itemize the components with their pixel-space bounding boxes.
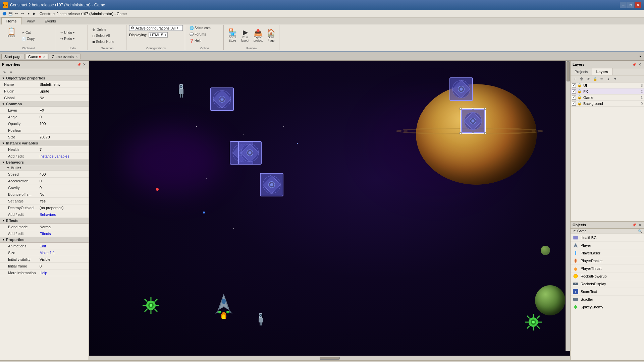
obj-player[interactable]: Player: [571, 242, 644, 249]
help-button[interactable]: ❓ Help: [188, 38, 221, 44]
qa-redo-small[interactable]: ↪: [19, 11, 25, 16]
layers-close-icon[interactable]: ✕: [637, 62, 642, 67]
canvas-container[interactable]: [89, 61, 570, 356]
obj-playerlaser[interactable]: PlayerLaser: [571, 249, 644, 257]
section-behaviors[interactable]: ▼ Behaviors: [0, 160, 89, 165]
cut-icon: ✂: [22, 31, 24, 35]
tab-projects[interactable]: Projects: [571, 68, 592, 75]
layer-bg-check[interactable]: ✓: [572, 102, 576, 106]
speed-value: 400: [38, 172, 87, 176]
eff-add-edit-link[interactable]: Effects: [38, 232, 87, 236]
tab-game-events[interactable]: Game events ×: [49, 54, 80, 59]
cut-button[interactable]: ✂ Cut: [20, 30, 54, 36]
active-config-dropdown[interactable]: ⚙ Active configurations: All ▾: [129, 25, 183, 31]
canvas-scrollbar-vertical[interactable]: [566, 61, 570, 351]
obj-spikeyenemy[interactable]: SpikeyEnemy: [571, 303, 644, 311]
init-frame-value: 0: [38, 264, 87, 268]
section-bullet[interactable]: ▼ Bullet: [0, 165, 89, 171]
select-none-button[interactable]: ◼ Select None: [91, 39, 124, 45]
section-object-type[interactable]: ▼ Object type properties: [0, 75, 89, 81]
tab-game-close[interactable]: ×: [43, 55, 45, 59]
blend-label: Blend mode: [1, 225, 38, 229]
obj-playerrocket[interactable]: PlayerRocket: [571, 257, 644, 265]
layer-up-button[interactable]: ▲: [605, 76, 611, 81]
game-canvas[interactable]: [89, 61, 570, 356]
obj-scoretext[interactable]: T ScoreText: [571, 288, 644, 296]
obj-rocketpowerup[interactable]: RocketPowerup: [571, 273, 644, 280]
section-properties[interactable]: ▼ Properties: [0, 237, 89, 243]
lock-button[interactable]: 🔒: [592, 76, 598, 81]
add-layer-button[interactable]: +: [572, 76, 578, 81]
qa-dropdown[interactable]: ▾: [25, 11, 32, 16]
scrollbar-thumb-v[interactable]: [567, 61, 570, 81]
store-button[interactable]: 🏪 ScirraStore: [226, 28, 238, 43]
props-sort-button[interactable]: ⇅: [1, 69, 7, 74]
delete-button[interactable]: 🗑 Delete: [91, 27, 124, 33]
tab-layers[interactable]: Layers: [592, 68, 612, 75]
section-common[interactable]: ▼ Common: [0, 101, 89, 107]
obj-playerthrust[interactable]: PlayerThrust: [571, 265, 644, 273]
beh-add-edit-link[interactable]: Behaviors: [38, 213, 87, 217]
ribbon-tab-home[interactable]: Home: [1, 17, 22, 24]
more-info-link[interactable]: Help: [38, 271, 87, 275]
layer-game[interactable]: ✓ 🔓 Game 1: [571, 95, 644, 101]
tabs-arrow[interactable]: ▾: [638, 54, 643, 59]
section-effects[interactable]: ▼ Effects: [0, 218, 89, 224]
obj-healthbg[interactable]: HealthBG: [571, 234, 644, 242]
html5-dropdown[interactable]: HTML 5 ▾: [149, 32, 168, 38]
run-layout-button[interactable]: ▶ Runlayout: [239, 28, 251, 43]
layer-fx[interactable]: ✓ 🔓 FX 2: [571, 88, 644, 95]
layer-down-button[interactable]: ▼: [612, 76, 618, 81]
export-project-button[interactable]: 📤 Exportproject: [252, 28, 264, 43]
select-none-icon: ◼: [92, 40, 95, 44]
layer-fx-check[interactable]: ✓: [572, 89, 576, 94]
start-page-button[interactable]: 🏠 StartPage: [265, 28, 277, 43]
layer-background[interactable]: ✓ 🔒 Background 0: [571, 101, 644, 107]
maximize-button[interactable]: □: [627, 2, 634, 8]
ribbon-tab-events[interactable]: Events: [40, 17, 61, 24]
qa-save[interactable]: 💾: [7, 11, 13, 16]
window-controls[interactable]: ─ □ ✕: [620, 2, 641, 8]
select-all-button[interactable]: ◻ Select All: [91, 33, 124, 39]
canvas-scrollbar-horizontal[interactable]: [89, 356, 570, 360]
delete-layer-button[interactable]: 🗑: [579, 76, 585, 81]
forums-button[interactable]: 💬 Forums: [188, 32, 221, 37]
objects-pin-icon[interactable]: 📌: [632, 223, 637, 227]
tab-game-events-close[interactable]: ×: [76, 55, 78, 59]
obj-scroller[interactable]: Scroller: [571, 296, 644, 303]
props-group-button[interactable]: ≡: [8, 69, 14, 74]
svg-rect-58: [261, 322, 262, 325]
scirra-button[interactable]: 🌐 Scirra.com: [188, 25, 221, 31]
tab-game[interactable]: Game ● ×: [25, 54, 48, 59]
qa-logo[interactable]: 🔵: [1, 11, 7, 16]
ribbon-tab-view[interactable]: View: [22, 17, 40, 24]
qa-run[interactable]: ▶: [32, 11, 38, 16]
iv-add-edit-link[interactable]: Instance variables: [38, 154, 87, 158]
tab-start-page[interactable]: Start page: [1, 54, 24, 59]
paste-button[interactable]: 📋 Paste: [3, 27, 19, 44]
edit-layer-button[interactable]: ✏: [599, 76, 605, 81]
redo-button[interactable]: ↪ Redo ▾: [59, 36, 86, 42]
undo-button[interactable]: ↩ Undo ▾: [59, 30, 86, 36]
copy-button[interactable]: 📄 Copy: [20, 36, 54, 42]
layer-ui-check[interactable]: ✓: [572, 83, 576, 87]
scrollbar-thumb-h[interactable]: [320, 357, 340, 360]
health-value: 7: [38, 147, 87, 152]
qa-undo-small[interactable]: ↩: [13, 11, 19, 16]
minimize-button[interactable]: ─: [620, 2, 627, 8]
layer-ui[interactable]: ✓ 🔓 UI 3: [571, 82, 644, 88]
objects-search-icon[interactable]: 🔍: [638, 229, 642, 233]
layer-game-check[interactable]: ✓: [572, 96, 576, 100]
obj-rocketsdisplay[interactable]: R RocketsDisplay: [571, 280, 644, 288]
close-button[interactable]: ✕: [635, 2, 641, 8]
beh-title: Behaviors: [6, 160, 24, 164]
enemy-blade-selected[interactable]: [461, 109, 485, 133]
eye-button[interactable]: 👁: [585, 76, 591, 81]
panel-pin-icon[interactable]: 📌: [76, 62, 81, 67]
prop-size-link[interactable]: Make 1:1: [38, 251, 87, 255]
objects-close-icon[interactable]: ✕: [637, 223, 642, 227]
anim-link[interactable]: Edit: [38, 244, 87, 248]
panel-close-icon[interactable]: ✕: [82, 62, 87, 67]
layers-pin-icon[interactable]: 📌: [632, 62, 637, 67]
section-instance-vars[interactable]: ▼ Instance variables: [0, 140, 89, 146]
